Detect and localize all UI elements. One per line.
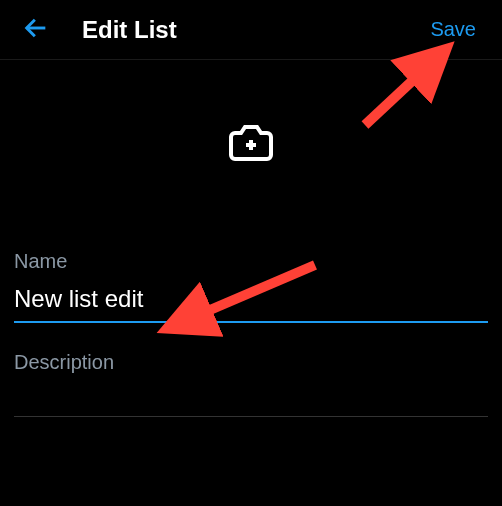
arrow-left-icon <box>22 14 50 46</box>
name-label: Name <box>14 250 488 273</box>
description-section: Description <box>14 351 488 417</box>
page-title: Edit List <box>82 16 422 44</box>
save-button[interactable]: Save <box>422 14 484 45</box>
back-button[interactable] <box>18 12 54 48</box>
form-section: Name Description <box>0 230 502 417</box>
camera-plus-icon <box>227 153 275 170</box>
header: Edit List Save <box>0 0 502 60</box>
description-label: Description <box>14 351 488 374</box>
banner-section <box>0 60 502 230</box>
description-input[interactable] <box>14 416 488 417</box>
name-input[interactable] <box>14 281 488 323</box>
add-banner-button[interactable] <box>227 119 275 171</box>
